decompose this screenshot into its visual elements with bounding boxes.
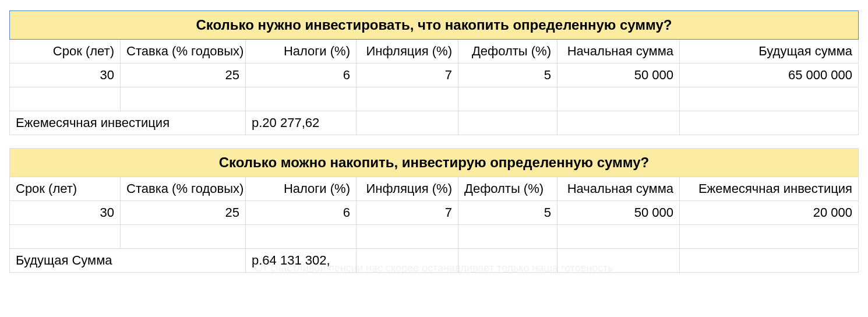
empty-cell[interactable] [558,249,680,273]
value-defaults[interactable]: 5 [458,201,558,225]
result-label: Будущая Сумма [10,249,246,273]
header-monthly: Ежемесячная инвестиция [680,177,859,201]
header-defaults: Дефолты (%) [458,177,558,201]
empty-cell[interactable] [458,87,558,111]
header-rate: Ставка (% годовых) [121,40,246,64]
header-term: Срок (лет) [10,40,121,64]
empty-cell[interactable] [246,225,357,249]
empty-cell[interactable] [558,87,680,111]
empty-cell[interactable] [246,87,357,111]
value-initial[interactable]: 50 000 [558,64,680,87]
value-inflation[interactable]: 7 [357,201,458,225]
header-inflation: Инфляция (%) [357,40,458,64]
value-rate[interactable]: 25 [121,201,246,225]
value-term[interactable]: 30 [10,201,121,225]
empty-cell[interactable] [680,111,859,135]
section-title: Сколько нужно инвестировать, что накопит… [10,11,859,40]
table-row [10,87,859,111]
value-monthly[interactable]: 20 000 [680,201,859,225]
empty-cell[interactable] [458,225,558,249]
table-row: Сколько можно накопить, инвестирую опред… [10,149,859,177]
value-defaults[interactable]: 5 [458,64,558,87]
empty-cell[interactable] [121,225,246,249]
table-row: Срок (лет) Ставка (% годовых) Налоги (%)… [10,177,859,201]
header-initial: Начальная сумма [558,40,680,64]
header-tax: Налоги (%) [246,177,357,201]
section-title: Сколько можно накопить, инвестирую опред… [10,149,859,177]
empty-cell[interactable] [458,111,558,135]
table-row: Срок (лет) Ставка (% годовых) Налоги (%)… [10,40,859,64]
table-accumulate: Сколько можно накопить, инвестирую опред… [9,148,859,273]
value-rate[interactable]: 25 [121,64,246,87]
table-row: 30 25 6 7 5 50 000 65 000 000 [10,64,859,87]
table-row: 30 25 6 7 5 50 000 20 000 [10,201,859,225]
table-row: Ежемесячная инвестиция р.20 277,62 [10,111,859,135]
empty-cell[interactable] [558,225,680,249]
spreadsheet-area: Сколько нужно инвестировать, что накопит… [0,0,868,280]
header-defaults: Дефолты (%) [458,40,558,64]
value-inflation[interactable]: 7 [357,64,458,87]
result-label: Ежемесячная инвестиция [10,111,246,135]
empty-cell[interactable] [121,87,246,111]
empty-cell[interactable] [10,87,121,111]
value-tax[interactable]: 6 [246,64,357,87]
empty-cell[interactable] [680,87,859,111]
result-value: р.20 277,62 [246,111,357,135]
value-initial[interactable]: 50 000 [558,201,680,225]
header-inflation: Инфляция (%) [357,177,458,201]
empty-cell[interactable] [357,111,458,135]
empty-cell[interactable] [680,225,859,249]
header-tax: Налоги (%) [246,40,357,64]
empty-cell[interactable] [458,249,558,273]
table-invest-required: Сколько нужно инвестировать, что накопит… [9,10,859,135]
header-term: Срок (лет) [10,177,121,201]
header-future: Будущая сумма [680,40,859,64]
table-row: Будущая Сумма р.64 131 302, [10,249,859,273]
value-future[interactable]: 65 000 000 [680,64,859,87]
value-tax[interactable]: 6 [246,201,357,225]
empty-cell[interactable] [680,249,859,273]
header-initial: Начальная сумма [558,177,680,201]
table-row [10,225,859,249]
result-value: р.64 131 302, [246,249,357,273]
table-row: Сколько нужно инвестировать, что накопит… [10,11,859,40]
value-term[interactable]: 30 [10,64,121,87]
header-rate: Ставка (% годовых) [121,177,246,201]
empty-cell[interactable] [10,225,121,249]
empty-cell[interactable] [357,225,458,249]
empty-cell[interactable] [558,111,680,135]
empty-cell[interactable] [357,87,458,111]
empty-cell[interactable] [357,249,458,273]
